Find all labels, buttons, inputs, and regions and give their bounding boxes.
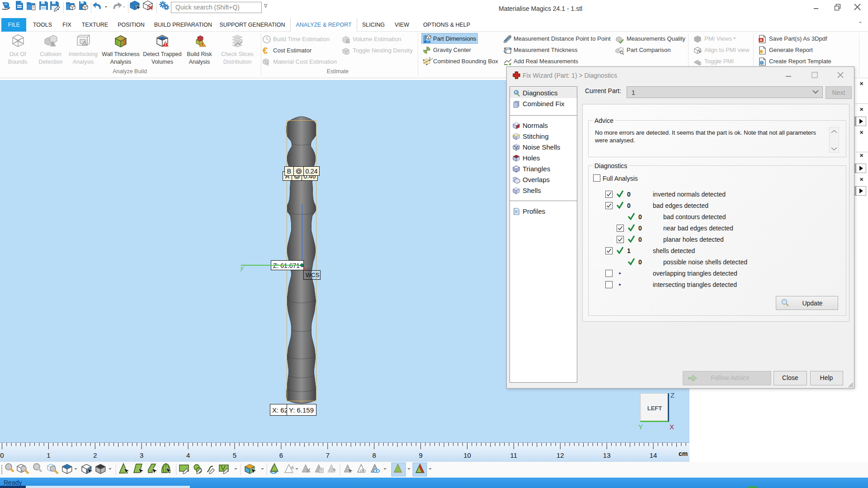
svg-text:11: 11 xyxy=(510,451,518,459)
svg-text:5: 5 xyxy=(233,451,236,459)
svg-text:6: 6 xyxy=(279,451,283,459)
svg-text:1: 1 xyxy=(47,451,50,459)
svg-text:!: ! xyxy=(165,42,166,47)
svg-text:A: A xyxy=(760,38,763,42)
svg-text:0: 0 xyxy=(0,451,4,459)
svg-text:2: 2 xyxy=(93,451,97,459)
svg-text:13: 13 xyxy=(603,451,611,459)
svg-text:!: ! xyxy=(202,42,203,47)
svg-text:8: 8 xyxy=(373,451,376,459)
svg-text:4: 4 xyxy=(186,451,190,459)
svg-text:12: 12 xyxy=(557,451,564,459)
svg-text:!: ! xyxy=(52,42,54,47)
svg-text:€: € xyxy=(267,62,269,66)
svg-text:3: 3 xyxy=(140,451,143,459)
svg-text:10: 10 xyxy=(463,451,471,459)
svg-text:9: 9 xyxy=(419,451,422,459)
svg-text:14: 14 xyxy=(650,451,657,459)
svg-text:7: 7 xyxy=(326,451,330,459)
svg-text:x: x xyxy=(302,267,306,272)
svg-text:€: € xyxy=(263,46,268,56)
svg-text:cm: cm xyxy=(679,450,688,457)
